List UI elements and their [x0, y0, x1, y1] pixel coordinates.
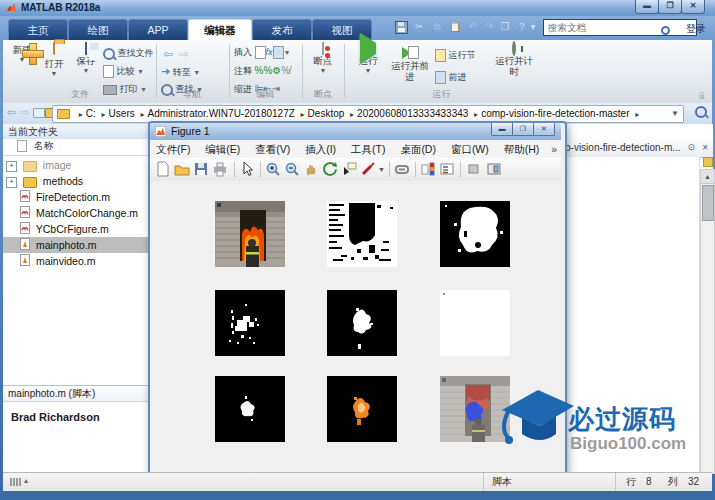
quick-cut-icon[interactable]: ✂	[411, 19, 427, 35]
editor-scrollbar[interactable]: ▲	[700, 169, 715, 474]
fig-brush-icon[interactable]	[360, 161, 377, 178]
sign-in-link[interactable]: 登录	[686, 22, 706, 36]
menu-view[interactable]: 查看(V)	[249, 140, 296, 158]
menu-insert[interactable]: 插入(I)	[299, 140, 342, 158]
fig-print-icon[interactable]	[212, 161, 229, 178]
tab-editor[interactable]: 编辑器	[188, 19, 252, 40]
fig-new-icon[interactable]	[155, 161, 172, 178]
minimize-icon[interactable]: ▬	[635, 0, 659, 14]
tab-plots[interactable]: 绘图	[68, 19, 128, 40]
run-section-button[interactable]: 运行节	[435, 48, 476, 63]
scrollbar-thumb[interactable]	[702, 185, 714, 221]
file-row-methods[interactable]: + methods	[3, 173, 148, 189]
menu-desktop[interactable]: 桌面(D)	[394, 140, 442, 158]
fig-pointer-icon[interactable]	[239, 161, 256, 178]
editor-content[interactable]	[561, 157, 700, 472]
figure-minimize-icon[interactable]: ▬	[491, 123, 513, 136]
fig-brush-dropdown-icon[interactable]: ▼	[378, 166, 385, 173]
menu-help[interactable]: 帮助(H)	[498, 140, 546, 158]
run-time-button[interactable]: 运行并计时	[493, 43, 535, 77]
run-button[interactable]: 运行▼	[351, 43, 385, 73]
comment-row[interactable]: 注释 %%⚙%̸	[234, 63, 290, 78]
breadcrumb-item[interactable]: C:	[86, 108, 96, 119]
fig-link-plot-icon[interactable]	[394, 161, 411, 178]
expand-icon[interactable]: +	[6, 177, 17, 188]
editor-tab-close-icon[interactable]: ×	[702, 138, 708, 157]
file-details-header[interactable]: mainphoto.m (脚本)	[3, 385, 148, 402]
menu-overflow-icon[interactable]: »	[551, 140, 557, 158]
fig-zoom-in-icon[interactable]	[265, 161, 282, 178]
go-back-icon[interactable]: ⇦	[163, 48, 173, 60]
quick-toolbar-dropdown-icon[interactable]: ▾	[529, 19, 537, 35]
statusbar-grip-icon[interactable]: ▴	[24, 476, 28, 485]
breadcrumb-item[interactable]: 20200608013333433343	[357, 108, 468, 119]
run-advance-button[interactable]: 运行并前进	[389, 43, 431, 82]
close-icon[interactable]: ✕	[681, 0, 705, 14]
expand-icon[interactable]: +	[6, 161, 17, 172]
go-forward-icon[interactable]: ⇨	[179, 48, 189, 60]
current-folder-header[interactable]: 当前文件夹	[3, 124, 149, 140]
collapse-ribbon-icon[interactable]: ⍓̲	[699, 91, 704, 101]
name-column-header[interactable]: 名称	[3, 139, 148, 156]
editor-tab-dropdown-icon[interactable]: ⊙	[687, 138, 695, 157]
breadcrumb-item[interactable]: Administrator.WIN7U-20180127Z	[148, 108, 295, 119]
quick-copy-icon[interactable]: ⧉	[429, 19, 445, 35]
figure-title-bar[interactable]: Figure 1 ▬ ❐ ✕	[150, 123, 561, 140]
up-folder-icon[interactable]	[33, 107, 45, 118]
address-back-icon[interactable]: ⇦	[7, 107, 16, 118]
menu-window[interactable]: 窗口(W)	[445, 140, 495, 158]
file-row-firedetection[interactable]: FireDetection.m	[3, 189, 148, 205]
fig-colorbar-icon[interactable]	[420, 161, 437, 178]
breadcrumb-item[interactable]: Desktop	[308, 108, 345, 119]
breadcrumb-dropdown-icon[interactable]: ▼	[671, 106, 679, 122]
quick-layout-icon[interactable]: ❒	[497, 19, 513, 35]
fig-zoom-out-icon[interactable]	[284, 161, 301, 178]
fig-pan-icon[interactable]	[303, 161, 320, 178]
quick-paste-icon[interactable]: 📋	[447, 19, 463, 35]
menu-tools[interactable]: 工具(T)	[345, 140, 391, 158]
tab-home[interactable]: 主页	[8, 19, 68, 40]
breadcrumb-item[interactable]: Users	[109, 108, 135, 119]
goto-button[interactable]: ➜ 转至 ▼	[161, 64, 200, 79]
compare-button[interactable]: 比较 ▼	[103, 64, 144, 79]
file-row-mainvideo[interactable]: mainvideo.m	[3, 253, 148, 269]
figure-canvas[interactable]	[150, 181, 561, 470]
advance-button[interactable]: 前进	[435, 70, 467, 85]
restore-icon[interactable]: ❐	[658, 0, 682, 14]
figure-window[interactable]: Figure 1 ▬ ❐ ✕ 文件(F) 编辑(E) 查看(V) 插入(I) 工…	[148, 121, 567, 476]
fig-open-icon[interactable]	[174, 161, 191, 178]
fig-save-icon[interactable]	[193, 161, 210, 178]
editor-tab[interactable]: p-vision-fire-detection-m... ⊙ ×	[561, 138, 713, 158]
quick-undo-icon[interactable]: ↶	[465, 19, 481, 35]
scrollbar-up-icon[interactable]: ▲	[701, 170, 714, 184]
figure-close-icon[interactable]: ✕	[533, 123, 555, 136]
address-search-icon[interactable]	[695, 106, 707, 118]
find-files-button[interactable]: 查找文件	[103, 46, 154, 61]
address-forward-icon[interactable]: ⇨	[20, 107, 29, 118]
doc-search-icon[interactable]	[661, 21, 671, 31]
save-button[interactable]: 保存▼	[71, 43, 101, 73]
file-row-image[interactable]: + image	[3, 157, 148, 173]
menu-edit[interactable]: 编辑(E)	[199, 140, 246, 158]
fig-datacursor-icon[interactable]	[341, 161, 358, 178]
figure-restore-icon[interactable]: ❐	[512, 123, 534, 136]
open-button[interactable]: 打开▼	[39, 43, 69, 76]
file-row-ycbcrfigure[interactable]: YCbCrFigure.m	[3, 221, 148, 237]
file-row-mainphoto[interactable]: mainphoto.m	[3, 237, 148, 253]
quick-save-icon[interactable]	[393, 19, 409, 35]
file-row-matchcolorchange[interactable]: MatchColorChange.m	[3, 205, 148, 221]
fig-legend-icon[interactable]	[439, 161, 456, 178]
doc-search-input[interactable]	[543, 19, 697, 36]
menu-file[interactable]: 文件(F)	[150, 140, 196, 158]
fig-show-plottools-dock-icon[interactable]	[486, 161, 503, 178]
tab-apps[interactable]: APP	[128, 19, 188, 40]
breakpoints-button[interactable]: 断点▼	[306, 43, 340, 73]
insert-row[interactable]: 插入 fx▼	[234, 45, 290, 60]
fig-rotate-icon[interactable]	[322, 161, 339, 178]
quick-redo-icon[interactable]: ↷	[481, 19, 497, 35]
tab-publish[interactable]: 发布	[252, 19, 312, 40]
title-bar[interactable]: MATLAB R2018a ▬ ❐ ✕	[0, 0, 715, 16]
fig-hide-plottools-icon[interactable]	[466, 161, 483, 178]
new-button[interactable]: 新建▼	[7, 43, 37, 62]
breadcrumb-item[interactable]: comp-vision-fire-detection-master	[481, 108, 629, 119]
